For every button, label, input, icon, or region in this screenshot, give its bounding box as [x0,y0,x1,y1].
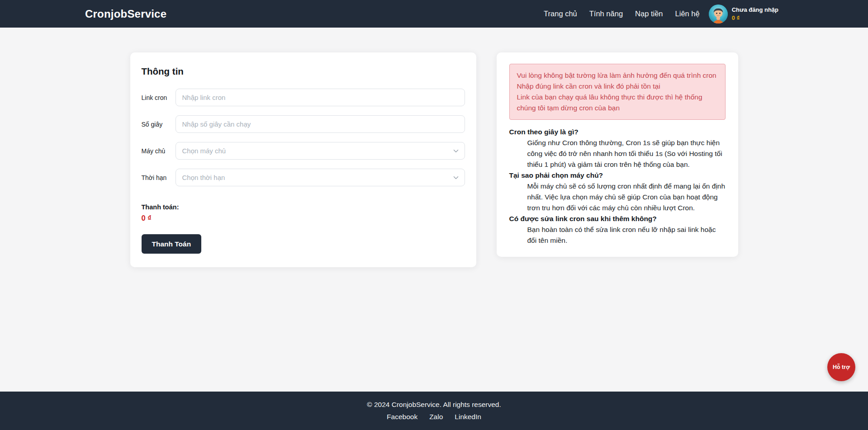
faq-item: Có được sửa link cron sau khi thêm không… [509,213,726,246]
navbar-right: Trang chủ Tính năng Nạp tiền Liên hệ [544,5,778,24]
form-title: Thông tin [142,66,465,77]
server-label: Máy chủ [142,147,170,155]
footer-link-linkedin[interactable]: LinkedIn [455,413,481,421]
faq-answer: Giống như Cron thông thường, Cron 1s sẽ … [509,137,726,170]
payment-block: Thanh toán: 0 ₫ [142,203,465,222]
faq-answer: Bạn hoàn toàn có thể sửa link cron nếu l… [509,224,726,246]
footer: © 2024 CronjobService. All rights reserv… [0,392,868,430]
navbar: CronjobService Trang chủ Tính năng Nạp t… [0,0,868,28]
user-balance: 0 ₫ [732,14,778,22]
form-row-link-cron: Link cron [142,89,465,106]
server-wrap: Chọn máy chủ [175,142,465,160]
brand-logo[interactable]: CronjobService [85,8,166,20]
payment-label: Thanh toán: [142,203,465,211]
cron-form-card: Thông tin Link cron Số giây Máy chủ Chọn… [130,52,476,267]
user-menu[interactable]: Chưa đăng nhập 0 ₫ [709,5,778,24]
form-row-server: Máy chủ Chọn máy chủ [142,142,465,160]
faq-question: Có được sửa link cron sau khi thêm không… [509,213,726,224]
user-meta: Chưa đăng nhập 0 ₫ [732,6,778,22]
faq-item: Cron theo giây là gì? Giống như Cron thô… [509,127,726,170]
seconds-wrap [175,115,465,133]
faq-list: Cron theo giây là gì? Giống như Cron thô… [509,127,726,246]
footer-link-facebook[interactable]: Facebook [387,413,417,421]
form-row-duration: Thời hạn Chọn thời hạn [142,169,465,186]
seconds-input[interactable] [175,115,465,133]
nav-link-contact[interactable]: Liên hệ [675,9,700,18]
nav-links: Trang chủ Tính năng Nạp tiền Liên hệ [544,9,700,18]
duration-label: Thời hạn [142,174,170,181]
duration-select-placeholder: Chọn thời hạn [182,174,225,181]
faq-item: Tại sao phải chọn máy chủ? Mỗi máy chủ s… [509,170,726,213]
footer-link-zalo[interactable]: Zalo [429,413,443,421]
nav-link-home[interactable]: Trang chủ [544,9,577,18]
faq-question: Cron theo giây là gì? [509,127,726,137]
seconds-label: Số giây [142,121,170,128]
info-card: Vui lòng không bật tường lửa làm ảnh hưở… [497,52,738,257]
user-login-status: Chưa đăng nhập [732,6,778,14]
link-cron-input[interactable] [175,89,465,106]
support-button[interactable]: Hỗ trợ [827,353,855,381]
nav-link-topup[interactable]: Nạp tiền [635,9,663,18]
form-row-seconds: Số giây [142,115,465,133]
faq-question: Tại sao phải chọn máy chủ? [509,170,726,181]
main-content: Thông tin Link cron Số giây Máy chủ Chọn… [130,52,738,267]
server-select[interactable]: Chọn máy chủ [175,142,465,160]
faq-answer: Mỗi máy chủ sẽ có số lượng cron nhất địn… [509,181,726,213]
payment-amount: 0 ₫ [142,214,465,222]
link-cron-label: Link cron [142,94,170,101]
footer-copyright: © 2024 CronjobService. All rights reserv… [367,401,501,409]
duration-wrap: Chọn thời hạn [175,169,465,186]
pay-button[interactable]: Thanh Toán [142,234,202,254]
warning-line: Vui lòng không bật tường lửa làm ảnh hưở… [517,70,718,81]
warning-line: Link của bạn chạy quá lâu không thực thi… [517,92,718,113]
server-select-placeholder: Chọn máy chủ [182,147,226,155]
nav-link-features[interactable]: Tính năng [589,9,623,18]
warning-alert: Vui lòng không bật tường lửa làm ảnh hưở… [509,64,726,120]
link-cron-wrap [175,89,465,106]
duration-select[interactable]: Chọn thời hạn [175,169,465,186]
user-avatar-icon [709,5,728,24]
footer-links: Facebook Zalo LinkedIn [387,413,481,421]
warning-line: Nhập đúng link cần cron và link đó phải … [517,81,718,92]
